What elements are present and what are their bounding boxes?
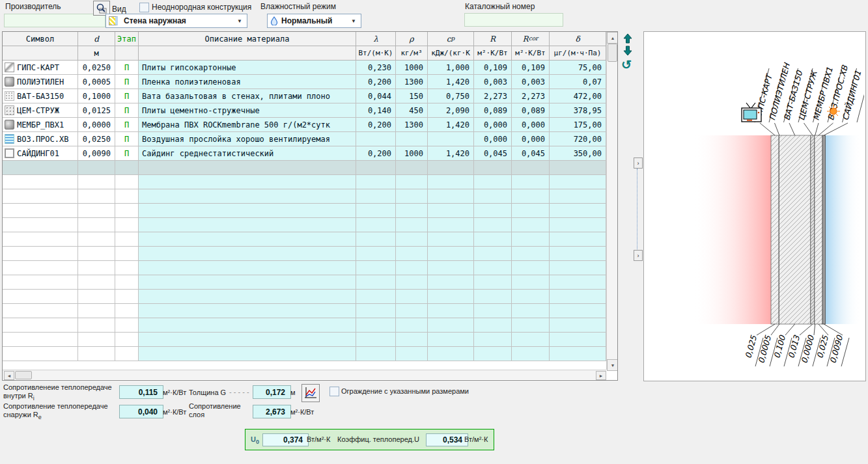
- u-coeff-label: Коэффиц. теплоперед.U: [337, 435, 419, 443]
- scroll-down-button[interactable]: ▼: [607, 359, 618, 371]
- move-layer-up-button[interactable]: [623, 33, 632, 46]
- material-siding-icon: [5, 148, 14, 158]
- empty-row[interactable]: [3, 290, 606, 304]
- thickness-value: 0,172: [253, 385, 291, 399]
- water-drop-icon: [270, 16, 278, 25]
- col-header-description[interactable]: Описание материала: [139, 32, 356, 46]
- layer-thickness-label: 0,0005: [756, 334, 773, 364]
- col-header-rcor[interactable]: Rcor: [512, 32, 550, 46]
- empty-row[interactable]: [3, 232, 606, 247]
- col-header-delta[interactable]: δ: [550, 32, 606, 46]
- empty-row[interactable]: [3, 189, 606, 204]
- table-units-row: м Вт/(м·К) кг/м³ кДж/(кг·К м²·К/Вт м²·К/…: [3, 46, 606, 61]
- empty-row[interactable]: [3, 204, 606, 218]
- unit-d: м: [78, 46, 115, 61]
- table-row[interactable]: ВОЗ.ПРОС.ХВ0,0250ПВоздушная прослойка хо…: [3, 132, 606, 146]
- sun-icon: [827, 105, 840, 118]
- heterogeneous-checkbox-label: Неоднородная конструкция: [152, 3, 251, 12]
- table-row[interactable]: ЦЕМ-СТРУЖ0,0125ППлиты цементно-стружечны…: [3, 103, 606, 118]
- empty-row[interactable]: [3, 261, 606, 275]
- empty-row[interactable]: [3, 275, 606, 290]
- wall-diagram: ГИПС-КАРТПОЛИЭТИЛЕНВАТ-БАЗ150ЦЕМ-СТРУЖМЕ…: [644, 32, 864, 379]
- layer-thickness-label: 0,013: [786, 334, 802, 359]
- scroll-left-button[interactable]: ◄: [4, 371, 14, 380]
- table-row[interactable]: САЙДИНГ010,0090ПСайдинг среднестатистиче…: [3, 146, 606, 161]
- unit-r: м²·К/Вт: [474, 46, 512, 61]
- scroll-right-button[interactable]: ►: [596, 371, 606, 380]
- empty-row[interactable]: [3, 304, 606, 318]
- temperature-chart-button[interactable]: [301, 384, 320, 402]
- heterogeneous-checkbox[interactable]: [139, 3, 149, 12]
- table-vertical-scrollbar[interactable]: ▲ ▼: [606, 32, 617, 370]
- arrow-up-icon: [623, 33, 632, 44]
- move-layer-down-button[interactable]: [623, 46, 632, 58]
- table-header-row: Символ d Этап Описание материала λ ρ cp …: [3, 32, 606, 46]
- col-header-stage[interactable]: Этап: [115, 32, 139, 46]
- table-row[interactable]: ПОЛИЭТИЛЕН0,0005ППленка полиэтиленовая0,…: [3, 75, 606, 89]
- r-inner-value: 0,115: [119, 385, 163, 399]
- manufacturer-input[interactable]: [4, 14, 105, 27]
- layer-thickness-label: 0,100: [772, 334, 787, 359]
- empty-row[interactable]: [3, 175, 606, 189]
- splitter-collapse-top-button[interactable]: ›: [634, 157, 643, 169]
- empty-row[interactable]: [3, 318, 606, 333]
- u0-unit: Вт/м²·К: [307, 435, 330, 443]
- thickness-label: Толщина G: [189, 389, 226, 396]
- u-coeff-value: 0,534: [426, 433, 468, 446]
- col-header-symbol[interactable]: Символ: [3, 32, 78, 46]
- humidity-value: Нормальный: [281, 16, 349, 25]
- table-row[interactable]: ГИПС-КАРТ0,0250ППлиты гипсокартонные0,23…: [3, 61, 606, 75]
- splitter-collapse-bottom-button[interactable]: ›: [634, 250, 643, 261]
- unit-rcor: м²·К/Вт: [512, 46, 550, 61]
- r-outer-label-line2: снаружи Re: [3, 411, 42, 420]
- layer-thickness-label: 0,0090: [828, 334, 845, 364]
- catalog-number-input[interactable]: [464, 13, 563, 27]
- material-wool-icon: [5, 91, 14, 101]
- vertical-scroll-thumb[interactable]: [608, 44, 617, 62]
- selected-empty-row[interactable]: [3, 161, 606, 175]
- humidity-dropdown[interactable]: Нормальный ▼: [267, 14, 361, 28]
- material-film-icon: [5, 77, 14, 87]
- chart-icon: [304, 387, 317, 400]
- u0-value: 0,374: [262, 433, 309, 446]
- layer-thickness-label: 0,025: [743, 334, 759, 359]
- layer-thickness-label: 0,0000: [799, 334, 816, 364]
- fence-dimensions-checkbox[interactable]: [329, 387, 339, 396]
- r-inner-label-line1: Сопротивленеие теплопередаче: [3, 383, 112, 391]
- material-air-icon: [5, 134, 14, 144]
- material-cement-icon: [5, 105, 14, 115]
- unit-lambda: Вт/(м·К): [356, 46, 396, 61]
- material-gypsum-icon: [5, 62, 14, 72]
- table-row[interactable]: МЕМБР_ПВХ10,0000ПМембрана ПВХ ROCKmembra…: [3, 118, 606, 132]
- empty-row[interactable]: [3, 247, 606, 261]
- materials-table: Символ d Этап Описание материала λ ρ cp …: [2, 31, 618, 381]
- table-horizontal-scrollbar[interactable]: ◄ ►: [3, 370, 606, 379]
- thickness-unit: м: [290, 389, 296, 396]
- construction-type-dropdown[interactable]: Стена наружная ▼: [105, 14, 247, 28]
- unit-cp: кДж/(кг·К: [428, 46, 474, 61]
- layer-resistance-unit: м²·К/Вт: [290, 408, 314, 416]
- col-header-r[interactable]: R: [474, 32, 512, 46]
- r-inner-label-line2: внутри Ri: [3, 392, 35, 402]
- splitter-handle[interactable]: [637, 169, 638, 249]
- col-header-lambda[interactable]: λ: [356, 32, 396, 46]
- empty-row[interactable]: [3, 347, 606, 361]
- empty-row[interactable]: [3, 333, 606, 347]
- scroll-up-button[interactable]: ▲: [607, 32, 618, 44]
- u-coeff-unit: Вт/м²·К: [464, 435, 488, 443]
- rotate-layers-button[interactable]: ↺: [621, 57, 632, 72]
- search-icon: [96, 3, 107, 14]
- empty-row[interactable]: [3, 218, 606, 232]
- table-row[interactable]: ВАТ-БАЗ1500,1000ПВата базальтовая в стен…: [3, 89, 606, 103]
- col-header-rho[interactable]: ρ: [396, 32, 428, 46]
- horizontal-scroll-thumb[interactable]: [15, 371, 32, 379]
- col-header-cp[interactable]: cp: [428, 32, 474, 46]
- thermal-calc-window: Производитель Вид Неоднородная конструкц…: [0, 0, 868, 464]
- layer-resistance-label-line2: слоя: [189, 411, 204, 418]
- material-membrane-icon: [5, 120, 14, 130]
- rotate-icon: ↺: [621, 58, 632, 72]
- unit-rho: кг/м³: [396, 46, 428, 61]
- view-label: Вид: [112, 5, 126, 14]
- construction-type-value: Стена наружная: [124, 16, 235, 25]
- col-header-d[interactable]: d: [78, 32, 115, 46]
